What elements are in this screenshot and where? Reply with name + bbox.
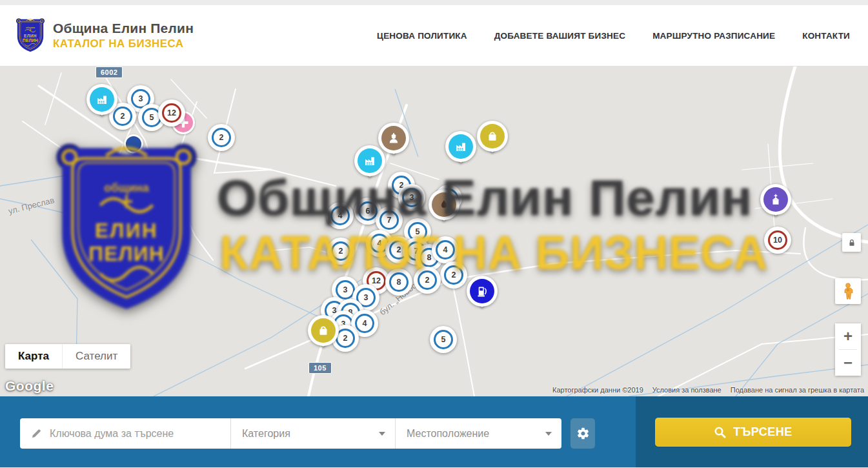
- map-cluster-marker[interactable]: 5: [430, 326, 457, 353]
- blob-icon: [438, 198, 450, 211]
- bag-icon: [486, 130, 499, 143]
- partial-marker[interactable]: [124, 134, 143, 154]
- map-cluster-marker[interactable]: 8: [385, 269, 412, 296]
- road-shield: 6002: [96, 66, 123, 78]
- nav-item-ценова-политика[interactable]: ЦЕНОВА ПОЛИТИКА: [377, 31, 467, 41]
- map-cluster-marker[interactable]: 10: [764, 227, 791, 254]
- filter-bar: Категория Местоположение: [20, 418, 561, 449]
- attribution-link[interactable]: Условия за ползване: [652, 386, 722, 394]
- google-logo[interactable]: Google: [5, 378, 54, 394]
- worker-icon: [387, 132, 400, 145]
- map-type-control: Карта Сателит: [5, 344, 130, 369]
- location-select-value: Местоположение: [407, 428, 489, 440]
- map-type-map-button[interactable]: Карта: [5, 344, 62, 369]
- map-lock-button[interactable]: [842, 233, 861, 252]
- map-cluster-marker[interactable]: 2: [440, 261, 467, 289]
- map-cluster-marker[interactable]: 12: [158, 99, 185, 127]
- top-strip: [0, 0, 868, 5]
- search-bar: Категория Местоположение Т: [0, 396, 868, 467]
- flame-pin[interactable]: [429, 189, 459, 230]
- category-select[interactable]: Категория: [230, 418, 395, 449]
- category-select-value: Категория: [242, 428, 290, 440]
- nav-item-добавете-вашият-бизнес[interactable]: ДОБАВЕТЕ ВАШИЯТ БИЗНЕС: [494, 31, 625, 41]
- search-filters-panel: Категория Местоположение: [0, 396, 636, 467]
- zoom-control: + −: [835, 323, 861, 376]
- chevron-down-icon: [545, 432, 552, 436]
- site-subtitle: КАТАЛОГ НА БИЗНЕСА: [53, 37, 194, 50]
- pegman-icon: [841, 283, 855, 300]
- map-cluster-marker[interactable]: 2: [414, 267, 441, 294]
- shopping-pin[interactable]: [308, 315, 339, 356]
- zoom-in-button[interactable]: +: [835, 323, 861, 349]
- factory-pin[interactable]: [354, 145, 385, 187]
- factory-pin[interactable]: [86, 84, 117, 125]
- street-view-pegman-button[interactable]: [835, 278, 861, 304]
- chevron-down-icon: [379, 432, 385, 436]
- fuel-icon: [476, 285, 489, 298]
- pencil-icon: [31, 428, 42, 439]
- factory-icon: [363, 154, 376, 167]
- search-icon: [714, 426, 726, 438]
- attribution-text: Картографски данни ©2019: [552, 386, 643, 394]
- nav-item-маршрутно-разписание[interactable]: МАРШРУТНО РАЗПИСАНИЕ: [652, 31, 775, 41]
- lock-icon: [847, 238, 856, 247]
- municipality-crest-icon: [15, 17, 45, 54]
- map-cluster-marker[interactable]: 4: [327, 202, 354, 229]
- factory-icon: [96, 93, 108, 106]
- nav-item-контакти[interactable]: КОНТАКТИ: [802, 31, 850, 41]
- brand-logo[interactable]: Община Елин Пелин КАТАЛОГ НА БИЗНЕСА: [15, 17, 194, 54]
- shopping-pin[interactable]: [477, 121, 508, 162]
- fuel-pin[interactable]: [467, 276, 498, 317]
- zoom-out-button[interactable]: −: [835, 350, 861, 376]
- church-icon: [769, 193, 782, 206]
- map-canvas[interactable]: ул. Преславбул. „Новосел 6002105 3251222…: [0, 66, 868, 396]
- main-nav: ЦЕНОВА ПОЛИТИКАДОБАВЕТЕ ВАШИЯТ БИЗНЕСМАР…: [377, 31, 853, 41]
- factory-pin[interactable]: [445, 131, 476, 172]
- church-pin[interactable]: [760, 184, 791, 225]
- keyword-search-input[interactable]: [50, 428, 224, 440]
- search-button[interactable]: ТЪРСЕНЕ: [655, 418, 851, 447]
- road-shield: 105: [308, 362, 332, 374]
- map-cluster-marker[interactable]: 2: [208, 124, 235, 151]
- attribution-link[interactable]: Подаване на сигнал за грешка в картата: [731, 386, 864, 394]
- location-select[interactable]: Местоположение: [395, 418, 561, 449]
- advanced-settings-button[interactable]: [570, 418, 595, 449]
- site-title: Община Елин Пелин: [53, 21, 194, 36]
- header: Община Елин Пелин КАТАЛОГ НА БИЗНЕСА ЦЕН…: [0, 5, 868, 66]
- map-cluster-marker[interactable]: 3: [398, 184, 425, 211]
- gear-icon: [576, 427, 590, 440]
- search-action-panel: ТЪРСЕНЕ: [636, 396, 868, 467]
- factory-icon: [454, 140, 467, 153]
- bag-icon: [317, 324, 330, 337]
- map-type-satellite-button[interactable]: Сателит: [62, 344, 130, 369]
- keyword-field-wrap: [20, 418, 230, 449]
- map-cluster-marker[interactable]: 2: [327, 238, 354, 265]
- search-button-label: ТЪРСЕНЕ: [733, 425, 792, 439]
- map-cluster-marker[interactable]: 4: [432, 236, 459, 263]
- map-attribution: Картографски данни ©2019Условия за ползв…: [552, 386, 864, 394]
- page: община ЕЛИН ПЕЛИН Община Елин Пелин КАТА…: [0, 0, 868, 468]
